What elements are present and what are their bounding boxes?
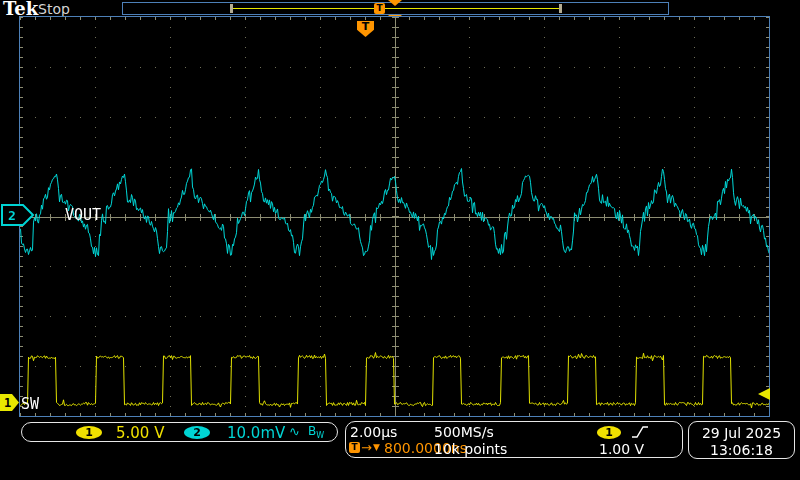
record-waveform-line — [233, 8, 561, 9]
ac-coupling-icon: ∿ — [289, 424, 300, 439]
ch1-position-marker: 1 — [0, 394, 20, 412]
acquisition-status: Stop — [38, 1, 70, 17]
delay-arrow-icon: → — [361, 440, 372, 455]
trigger-position-icon: T — [374, 3, 385, 14]
window-bracket-left — [230, 4, 233, 13]
ch1-marker-number: 1 — [4, 396, 11, 410]
trigger-source-badge: 1 — [597, 426, 621, 439]
window-bracket-right — [559, 4, 562, 13]
ch1-scale-readout: 5.00 V — [116, 424, 164, 442]
date-readout: 29 Jul 2025 — [689, 425, 794, 441]
delay-trigger-icon: T — [349, 442, 360, 453]
rising-edge-icon — [630, 424, 650, 440]
trigger-level-readout: 1.00 V — [599, 441, 644, 457]
timebase-readout: 2.00µs — [350, 424, 397, 440]
time-readout: 13:06:18 — [689, 442, 794, 458]
datetime-readout-box: 29 Jul 2025 13:06:18 — [688, 421, 795, 459]
horizontal-trigger-readout-box: 2.00µs 500MS/s 1 T → ▼ 800.0000ns 10k po… — [345, 421, 683, 458]
bw-sub: W — [316, 431, 324, 440]
ch1-label: SW — [21, 395, 39, 413]
ch1-badge: 1 — [76, 426, 102, 439]
oscilloscope-screen: Tek Stop T T 2 VOUT 1 SW 1 5.00 V 2 10.0… — [0, 0, 800, 480]
ch2-badge: 2 — [184, 426, 210, 439]
ch2-marker-number: 2 — [8, 208, 16, 223]
record-length-readout: 10k points — [434, 441, 507, 457]
trigger-level-arrow-icon — [758, 388, 770, 400]
ch2-scale-readout: 10.0mV — [227, 424, 285, 442]
vertical-readout-box: 1 5.00 V 2 10.0mV ∿ BW — [21, 422, 338, 442]
ch2-marker-shape — [2, 205, 33, 225]
delay-triangle-icon: ▼ — [373, 442, 380, 452]
sample-rate-readout: 500MS/s — [434, 424, 494, 440]
ch2-label: VOUT — [65, 206, 101, 224]
expansion-point-icon — [388, 0, 402, 6]
ch2-position-marker: 2 — [1, 204, 35, 227]
bw-main: B — [308, 424, 316, 438]
waveform-canvas — [20, 17, 769, 416]
bandwidth-limit-icon: BW — [308, 424, 324, 440]
